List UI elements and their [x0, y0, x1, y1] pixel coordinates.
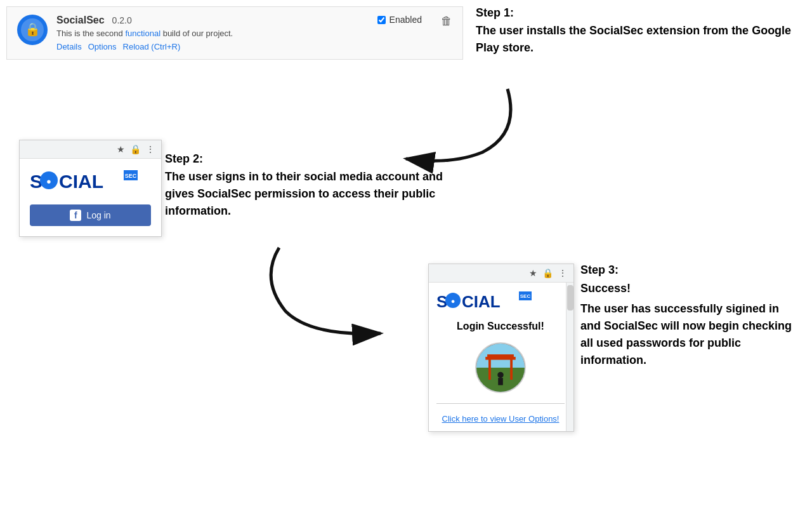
extension-name: SocialSec	[56, 15, 105, 26]
svg-text:SEC: SEC	[520, 293, 531, 299]
svg-text:SEC: SEC	[125, 173, 137, 179]
svg-point-23	[497, 372, 504, 378]
svg-rect-19	[488, 359, 491, 380]
lock-icon-bar: 🔒	[542, 268, 553, 278]
enabled-checkbox[interactable]	[377, 16, 386, 24]
extension-links: Details Options Reload (Ctrl+R)	[56, 42, 369, 51]
reload-link[interactable]: Reload (Ctrl+R)	[123, 42, 181, 51]
enabled-toggle[interactable]: Enabled	[377, 15, 422, 25]
scrollbar-thumb[interactable]	[567, 285, 573, 311]
details-link[interactable]: Details	[56, 42, 82, 51]
svg-rect-24	[498, 378, 503, 385]
delete-icon[interactable]: 🗑	[441, 15, 452, 28]
svg-text:●: ●	[46, 177, 51, 186]
step1-section: Step 1: The user installs the SocialSec …	[476, 6, 793, 57]
star-icon-2: ★	[529, 268, 537, 278]
step1-body: The user installs the SocialSec extensio…	[476, 22, 793, 57]
extension-description: This is the second functional build of o…	[56, 29, 369, 38]
browser-mockup-step3: ★ 🔒 ⋮ S ● CIAL SEC Login Successful!	[428, 264, 574, 432]
scrollbar[interactable]	[566, 283, 573, 431]
svg-rect-20	[510, 359, 513, 380]
extension-icon: 🔒	[17, 15, 48, 45]
browser-content-1: S ● CIAL SEC f Log in	[20, 159, 161, 236]
step2-section: Step 2: The user signs in to their socia…	[165, 152, 457, 220]
extension-version: 0.2.0	[112, 15, 132, 25]
menu-icon: ⋮	[146, 144, 155, 154]
social-logo-1: S ● CIAL SEC	[30, 169, 151, 194]
svg-text:CIAL: CIAL	[59, 171, 103, 192]
step1-title: Step 1:	[476, 6, 793, 20]
svg-text:●: ●	[451, 297, 455, 305]
separator	[436, 403, 565, 404]
browser-content-2: S ● CIAL SEC Login Successful!	[429, 283, 573, 431]
login-success-text: Login Successful!	[457, 321, 544, 332]
svg-rect-22	[487, 354, 514, 358]
browser-mockup-step2: ★ 🔒 ⋮ S ● CIAL SEC f Log in	[19, 140, 162, 237]
extension-icon-bar: 🔒	[130, 144, 141, 154]
browser-bar-1: ★ 🔒 ⋮	[20, 140, 161, 159]
facebook-login-button[interactable]: f Log in	[30, 204, 151, 226]
social-logo-2: S ● CIAL SEC	[436, 290, 532, 313]
options-link[interactable]: Options	[88, 42, 117, 51]
browser-bar-2: ★ 🔒 ⋮	[429, 264, 573, 283]
step3-body: The user has successfully sigined in and…	[580, 300, 802, 369]
svg-text:CIAL: CIAL	[462, 292, 501, 311]
svg-text:🔒: 🔒	[25, 22, 41, 37]
extension-card: 🔒 SocialSec 0.2.0 This is the second fun…	[6, 6, 463, 60]
menu-icon-2: ⋮	[558, 268, 567, 278]
highlight-text: functional	[125, 29, 160, 38]
enabled-label: Enabled	[390, 15, 422, 25]
click-here-link[interactable]: Click here to view User Options!	[442, 414, 560, 424]
facebook-icon: f	[70, 210, 81, 221]
step3-title: Step 3:	[580, 264, 802, 277]
extension-info: SocialSec 0.2.0 This is the second funct…	[56, 15, 369, 51]
star-icon: ★	[117, 144, 125, 154]
arrow2	[254, 241, 431, 343]
step2-title: Step 2:	[165, 152, 457, 166]
login-button-label: Log in	[86, 210, 110, 220]
step3-section: Step 3: Success! The user has successful…	[580, 264, 802, 369]
step2-body: The user signs in to their social media …	[165, 168, 457, 220]
user-avatar	[475, 342, 526, 393]
step3-success: Success!	[580, 282, 802, 295]
